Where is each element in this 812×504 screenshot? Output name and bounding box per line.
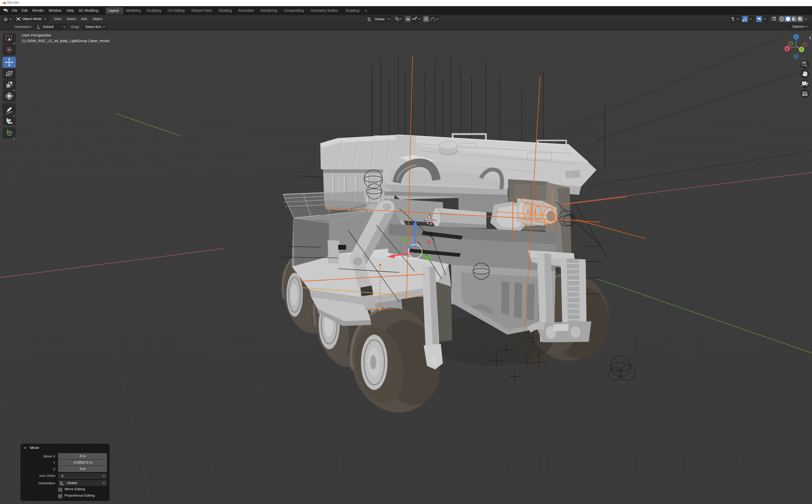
svg-text:Z: Z xyxy=(795,35,797,39)
svg-text:Y: Y xyxy=(800,48,803,51)
svg-text:Global: Global xyxy=(375,17,384,21)
svg-text:X: X xyxy=(786,47,788,51)
